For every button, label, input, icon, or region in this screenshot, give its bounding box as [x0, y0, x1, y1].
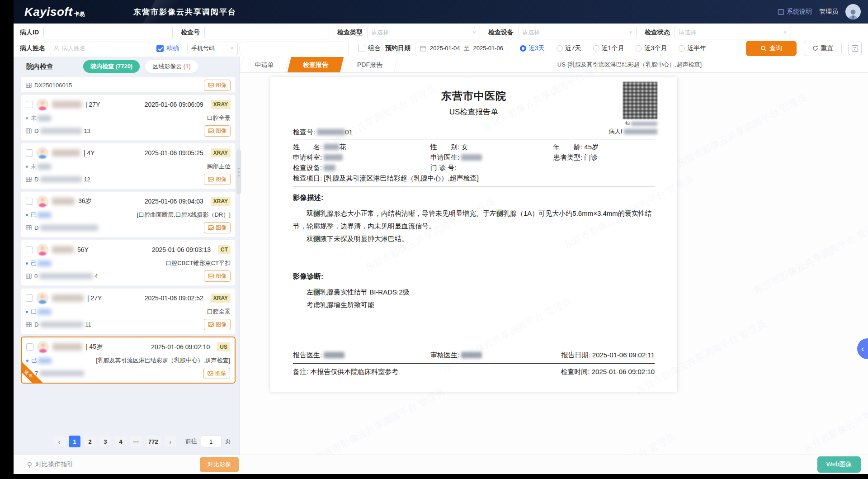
- patient-age: | 27Y: [85, 101, 100, 108]
- report-tabbar: 申请单 检查报告 PDF报告 US-[乳腺及其引流区淋巴结彩超（乳腺中心）,超声…: [240, 57, 868, 73]
- exact-checkbox-group[interactable]: 精确: [156, 44, 179, 52]
- tab-internal-exams[interactable]: 院内检查 (7720): [83, 60, 140, 73]
- exam-no-input[interactable]: [204, 26, 329, 39]
- exam-status-select[interactable]: 请选择 ∨: [675, 26, 791, 39]
- exam-checkbox[interactable]: [26, 149, 33, 157]
- web-image-button[interactable]: Web图像: [817, 456, 861, 473]
- patient-avatar: [37, 292, 48, 304]
- tab-exam-report[interactable]: 检查报告: [289, 57, 342, 72]
- diag-section-title: 影像诊断:: [293, 272, 655, 281]
- pagination-ellipsis[interactable]: ···: [130, 436, 142, 447]
- exam-checkbox[interactable]: [26, 101, 33, 108]
- patient-avatar-icon: [37, 99, 48, 110]
- redacted-text: [631, 122, 657, 126]
- exam-list-item[interactable]: | 27Y2025-01-06 09:06:09XRAY未口腔全景D13图像: [21, 95, 236, 141]
- image-button[interactable]: 图像: [203, 368, 230, 379]
- patient-age: 56Y: [77, 246, 89, 253]
- phone-input[interactable]: [240, 42, 349, 55]
- exam-type-placeholder: 请选择: [371, 28, 389, 37]
- tab-internal-count: (7720): [116, 63, 133, 70]
- user-avatar[interactable]: [845, 4, 861, 19]
- reset-button[interactable]: 重置: [804, 41, 842, 56]
- exam-checkbox[interactable]: [26, 343, 33, 351]
- exam-checkbox[interactable]: [26, 198, 33, 205]
- exam-device-select[interactable]: 请选择 ∨: [518, 26, 637, 39]
- pagination-page-772[interactable]: 772: [146, 436, 161, 447]
- exam-time: 2025-01-06 09:04:03: [145, 198, 203, 205]
- compare-images-button[interactable]: 对比影像: [200, 457, 239, 472]
- exam-time-value: 2025-01-06 09:02:10: [592, 368, 655, 375]
- goto-page-input[interactable]: [201, 436, 222, 447]
- person-icon: [847, 9, 859, 19]
- date-to: 2025-01-06: [473, 45, 504, 52]
- desc-paragraph: 双侧乳腺形态大小正常，内结构清晰，导管未见明显增宽。于左侧乳腺（1A）可见大小约…: [293, 207, 655, 232]
- exam-list-item[interactable]: | 4Y2025-01-06 09:05:25XRAY未胸部正位D12图像: [21, 143, 236, 189]
- exam-time: 2025-01-06 09:02:10: [151, 343, 210, 351]
- qr-code: [623, 82, 657, 119]
- exam-description: 口腔全景: [207, 308, 231, 316]
- quick-range-近3天[interactable]: 近3天: [520, 44, 545, 52]
- field-device-label: 检查设备:: [293, 164, 322, 171]
- quick-range-近半年[interactable]: 近半年: [679, 44, 706, 52]
- exam-time: 2025-01-06 09:06:09: [145, 101, 203, 108]
- exam-type-select[interactable]: 请选择 ∨: [367, 26, 480, 39]
- image-button[interactable]: 图像: [204, 270, 231, 282]
- modality-badge: US: [217, 342, 230, 351]
- switch-view-button[interactable]: [848, 42, 862, 55]
- redacted-text: [461, 352, 482, 358]
- pagination-page-1[interactable]: 1: [69, 436, 80, 447]
- redacted-patient-name: [52, 101, 82, 108]
- quick-range-label: 近1个月: [602, 44, 624, 52]
- pagination-page-3[interactable]: 3: [99, 436, 111, 447]
- search-button[interactable]: 查询: [746, 41, 797, 56]
- combo-checkbox-group[interactable]: 组合: [358, 44, 381, 52]
- image-button-label: 图像: [216, 81, 226, 89]
- status-text: 已: [31, 356, 37, 365]
- patient-id-input[interactable]: [43, 26, 173, 39]
- combo-checkbox[interactable]: [358, 45, 365, 52]
- patient-name-input[interactable]: [50, 42, 150, 55]
- image-button[interactable]: 图像: [204, 174, 231, 185]
- redacted-text: [40, 176, 82, 182]
- report-panel: 东营市影像云共享调阅平台 管理员东营市影像云共享调阅平台 管理员东营市影像云共享…: [240, 57, 868, 455]
- patient-age: | 45岁: [86, 343, 103, 351]
- image-button[interactable]: 图像: [204, 125, 231, 137]
- pagination-prev-button[interactable]: ‹: [53, 436, 65, 447]
- report-date-value: 2025-01-06 09:02:11: [592, 351, 655, 359]
- phone-type-select[interactable]: 手机号码 ∨: [187, 42, 238, 55]
- image-button[interactable]: 图像: [204, 319, 231, 330]
- tab-request-form[interactable]: 申请单: [241, 57, 288, 72]
- redacted-text: [38, 309, 51, 315]
- exam-list-item[interactable]: 56Y2025-01-06 09:03:13CT已口腔CBCT锥形束CT平扫04…: [21, 240, 236, 286]
- image-button[interactable]: 图像: [204, 222, 231, 233]
- field-age-label: 年 龄:: [553, 143, 582, 151]
- radio-icon: [636, 45, 642, 52]
- quick-range-近1个月[interactable]: 近1个月: [593, 44, 624, 52]
- exam-list-item[interactable]: | 45岁2025-01-06 09:02:10US已[乳腺及其引流区淋巴结彩超…: [21, 337, 236, 384]
- panel-resize-handle[interactable]: [236, 149, 241, 194]
- quick-range-近7天[interactable]: 近7天: [557, 44, 581, 52]
- exam-list-item[interactable]: DX250106015图像: [21, 77, 236, 92]
- accession-suffix: 12: [84, 176, 90, 183]
- compare-guide-link[interactable]: 对比操作指引: [26, 460, 73, 469]
- pagination-page-4[interactable]: 4: [115, 436, 127, 447]
- exact-checkbox[interactable]: [156, 45, 164, 52]
- exam-checkbox[interactable]: [26, 294, 33, 302]
- pagination-page-2[interactable]: 2: [84, 436, 96, 447]
- system-help-link[interactable]: 系统说明: [778, 8, 812, 16]
- image-button[interactable]: 图像: [204, 80, 231, 91]
- exam-list-item[interactable]: 36岁2025-01-06 09:04:03XRAY已[口腔曲面断层,口腔X线摄…: [21, 191, 236, 237]
- redacted-text: [324, 165, 335, 171]
- modality-badge: XRAY: [211, 148, 231, 157]
- tab-regional-cloud[interactable]: 区域影像云 (1): [145, 60, 198, 73]
- redacted-text: [461, 154, 482, 161]
- exam-checkbox[interactable]: [26, 246, 33, 253]
- pagination-next-button[interactable]: ›: [165, 436, 176, 447]
- exam-time: 2025-01-06 09:03:13: [152, 246, 211, 253]
- quick-range-近3个月[interactable]: 近3个月: [636, 44, 667, 52]
- accession-number: 0: [34, 273, 38, 280]
- date-range-picker[interactable]: 2025-01-04 至 2025-01-06: [415, 42, 508, 55]
- exam-list-item[interactable]: | 27Y2025-01-06 09:02:52XRAY已口腔全景D11图像: [21, 288, 236, 334]
- tab-pdf-report[interactable]: PDF报告: [344, 57, 396, 72]
- combo-label: 组合: [368, 44, 381, 52]
